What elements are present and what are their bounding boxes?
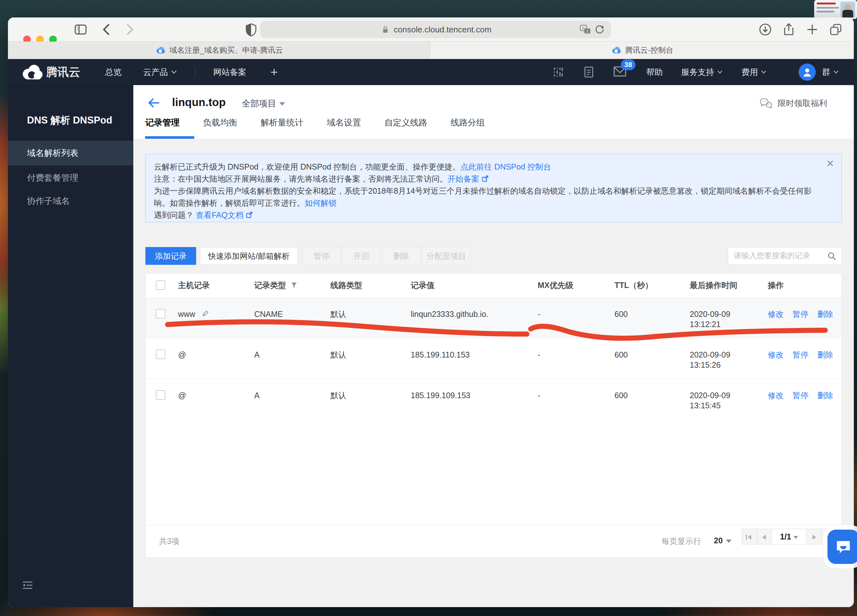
cell-type: A <box>254 390 260 401</box>
document-icon[interactable] <box>582 65 596 79</box>
filter-icon[interactable] <box>291 282 297 289</box>
nav-item-overview[interactable]: 总览 <box>105 67 122 78</box>
messages-button[interactable]: 38 <box>613 65 627 80</box>
translate-icon[interactable]: A 文 <box>579 23 591 36</box>
enable-button[interactable]: 开启 <box>342 247 380 265</box>
address-bar[interactable]: console.cloud.tencent.com A 文 <box>260 21 611 38</box>
add-record-button[interactable]: 添加记录 <box>145 247 196 265</box>
tencent-cloud-favicon <box>611 46 622 54</box>
tab-load-balancing[interactable]: 负载均衡 <box>203 117 237 128</box>
page-tabs: 记录管理 负载均衡 解析量统计 域名设置 自定义线路 线路分组 <box>145 117 506 128</box>
forward-icon[interactable] <box>122 22 137 37</box>
pause-link[interactable]: 暂停 <box>792 391 808 400</box>
nav-item-billing[interactable]: 费用 <box>741 67 767 78</box>
edit-link[interactable]: 修改 <box>768 391 784 400</box>
how-to-unlock-link[interactable]: 如何解锁 <box>305 198 336 207</box>
row-checkbox[interactable] <box>156 350 166 359</box>
tab-custom-lines[interactable]: 自定义线路 <box>384 117 427 128</box>
reload-icon[interactable] <box>594 24 605 35</box>
downloads-icon[interactable] <box>758 22 773 37</box>
cell-actions: 修改暂停删除 <box>768 390 842 401</box>
dnspod-console-link[interactable]: 点此前往 DNSPod 控制台 <box>460 162 551 171</box>
tab-overview-icon[interactable] <box>828 22 843 37</box>
external-link-icon <box>246 211 253 219</box>
console-navbar: 腾讯云 总览 云产品 网站备案 + <box>8 59 854 85</box>
support-chat-button[interactable] <box>828 529 857 564</box>
table-row[interactable]: www CNAME 默认 linqun23333.github.io. - 60… <box>146 297 842 338</box>
scan-qr-icon[interactable] <box>552 65 565 79</box>
records-table: 主机记录 记录类型 线路类型 记录值 MX优先级 TTL（秒） 最后操作时间 操… <box>145 273 842 557</box>
promo-link[interactable]: 限时领取福利 <box>759 97 827 109</box>
cell-updated: 2020-09-0913:15:45 <box>690 390 730 410</box>
nav-item-beian[interactable]: 网站备案 <box>213 67 246 78</box>
notice-banner: 云解析已正式升级为 DNSPod，欢迎使用 DNSPod 控制台，功能更全面、操… <box>145 154 842 222</box>
sidebar-toggle-icon[interactable] <box>73 22 88 37</box>
sidebar-item-sub-domains[interactable]: 协作子域名 <box>8 189 133 214</box>
chat-bubble-icon <box>835 538 852 556</box>
banner-line1: 云解析已正式升级为 DNSPod，欢迎使用 DNSPod 控制台，功能更全面、操… <box>154 162 460 171</box>
row-checkbox[interactable] <box>156 390 166 400</box>
delete-button[interactable]: 删除 <box>382 247 420 265</box>
header-host: 主机记录 <box>178 273 210 297</box>
browser-tab-console[interactable]: 腾讯云-控制台 <box>430 42 854 59</box>
page-indicator[interactable]: 1/1 <box>772 529 806 545</box>
assign-project-button[interactable]: 分配至项目 <box>422 247 471 265</box>
total-count: 共3项 <box>159 536 179 546</box>
search-icon[interactable] <box>827 251 837 261</box>
delete-link[interactable]: 删除 <box>817 350 833 359</box>
edit-link[interactable]: 修改 <box>768 310 784 319</box>
browser-toolbar: console.cloud.tencent.com A 文 <box>8 17 854 42</box>
url-text: console.cloud.tencent.com <box>394 25 492 35</box>
edit-pencil-icon[interactable] <box>201 310 209 318</box>
first-page-button[interactable] <box>742 529 757 545</box>
quick-add-button[interactable]: 快速添加网站/邮箱解析 <box>200 247 298 265</box>
tab-record-management[interactable]: 记录管理 <box>145 117 179 128</box>
faq-doc-link[interactable]: 查看FAQ文档 <box>196 210 253 220</box>
tab-resolution-stats[interactable]: 解析量统计 <box>261 117 303 128</box>
sidebar-item-paid-plans[interactable]: 付费套餐管理 <box>8 166 133 190</box>
table-row[interactable]: @ A 默认 185.199.109.153 - 600 2020-09-091… <box>146 379 842 419</box>
table-row[interactable]: @ A 默认 185.199.110.153 - 600 2020-09-091… <box>146 338 842 379</box>
next-page-button[interactable] <box>806 529 821 545</box>
select-all-checkbox[interactable] <box>156 280 166 290</box>
back-arrow-icon[interactable] <box>147 97 161 108</box>
brand-name[interactable]: 腾讯云 <box>46 65 80 80</box>
cell-actions: 修改暂停删除 <box>768 309 842 319</box>
main-content: linqun.top 全部项目 限时领取福利 记 <box>133 85 854 607</box>
sidebar-item-domain-list[interactable]: 域名解析列表 <box>8 141 133 166</box>
delete-link[interactable]: 删除 <box>817 310 833 319</box>
pause-link[interactable]: 暂停 <box>792 350 808 359</box>
privacy-shield-icon[interactable] <box>243 22 259 37</box>
svg-text:文: 文 <box>586 29 589 33</box>
nav-item-help[interactable]: 帮助 <box>646 67 663 78</box>
start-beian-link[interactable]: 开始备案 <box>447 174 489 183</box>
cell-line: 默认 <box>330 309 346 319</box>
nav-item-products[interactable]: 云产品 <box>143 67 178 78</box>
user-menu[interactable]: 群 <box>798 63 839 80</box>
user-name: 群 <box>822 67 830 78</box>
tencent-cloud-logo <box>19 63 45 81</box>
back-icon[interactable] <box>99 22 114 37</box>
collapse-sidebar-icon[interactable] <box>21 580 34 591</box>
share-icon[interactable] <box>781 22 797 37</box>
pause-link[interactable]: 暂停 <box>792 310 808 319</box>
nav-add-button[interactable]: + <box>271 65 278 79</box>
new-tab-icon[interactable] <box>804 22 820 37</box>
edit-link[interactable]: 修改 <box>768 350 784 359</box>
pause-button[interactable]: 暂停 <box>303 247 340 265</box>
cell-ttl: 600 <box>614 390 628 401</box>
browser-tab-domain-register[interactable]: 域名注册_域名购买、申请-腾讯云 <box>8 42 430 59</box>
tencent-cloud-favicon <box>155 46 166 54</box>
close-icon[interactable]: × <box>826 157 834 170</box>
tab-domain-settings[interactable]: 域名设置 <box>327 117 361 128</box>
search-input[interactable] <box>728 248 823 264</box>
prev-page-button[interactable] <box>757 529 772 545</box>
per-page-select[interactable]: 20 <box>714 536 732 545</box>
nav-item-support[interactable]: 服务支持 <box>681 67 723 78</box>
row-checkbox[interactable] <box>156 309 166 319</box>
project-filter[interactable]: 全部项目 <box>242 98 285 109</box>
tab-line-groups[interactable]: 线路分组 <box>451 117 485 128</box>
cell-host: @ <box>178 390 186 401</box>
delete-link[interactable]: 删除 <box>817 391 833 400</box>
cell-value: 185.199.110.153 <box>411 350 470 360</box>
